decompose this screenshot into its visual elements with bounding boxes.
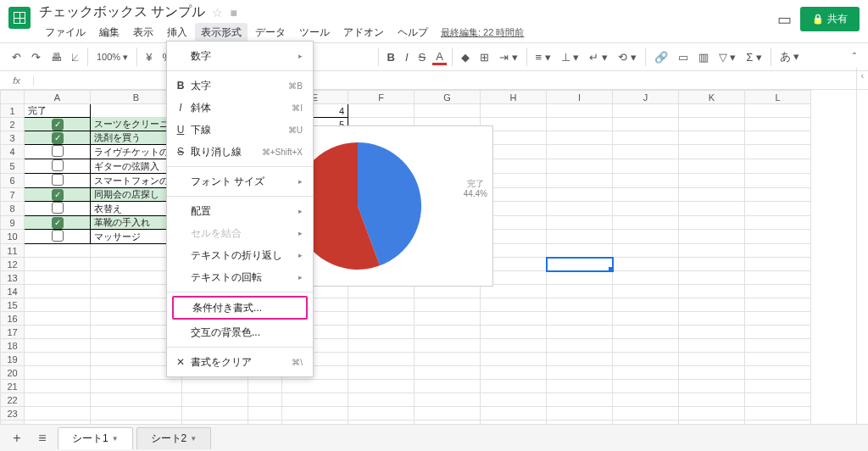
cell-I7[interactable] <box>547 188 613 202</box>
row-header-11[interactable]: 11 <box>1 244 25 258</box>
cell-F21[interactable] <box>348 380 415 393</box>
cell-A16[interactable] <box>25 312 91 326</box>
col-header-I[interactable]: I <box>547 91 613 104</box>
cell-L16[interactable] <box>745 312 811 326</box>
cell-G22[interactable] <box>415 393 481 407</box>
valign-icon[interactable]: ⊥ ▾ <box>558 49 583 65</box>
menu-item-3[interactable]: I斜体⌘I <box>167 97 313 119</box>
cell-K6[interactable] <box>679 174 745 188</box>
row-header-15[interactable]: 15 <box>1 298 25 312</box>
wrap-icon[interactable]: ↵ ▾ <box>586 49 611 65</box>
cell-F1[interactable] <box>348 104 415 118</box>
cell-A6[interactable] <box>25 174 91 188</box>
cell-A10[interactable] <box>25 230 91 244</box>
cell-K10[interactable] <box>679 230 745 244</box>
menu-データ[interactable]: データ <box>249 23 292 42</box>
cell-J14[interactable] <box>613 285 679 298</box>
menu-item-9[interactable]: 配置▸ <box>167 200 313 222</box>
comment-insert-icon[interactable]: ▭ <box>675 49 692 65</box>
cell-J4[interactable] <box>613 145 679 159</box>
cell-K7[interactable] <box>679 188 745 202</box>
cell-A21[interactable] <box>25 380 91 393</box>
cell-H15[interactable] <box>481 298 547 312</box>
row-header-10[interactable]: 10 <box>1 230 25 244</box>
cell-A14[interactable] <box>25 285 91 298</box>
cell-K13[interactable] <box>679 271 745 285</box>
cell-J9[interactable] <box>613 216 679 230</box>
cell-C22[interactable] <box>182 393 248 407</box>
cell-I18[interactable] <box>547 339 613 353</box>
toolbar-toggle-icon[interactable]: ˆ <box>849 49 860 65</box>
cell-F23[interactable] <box>348 407 415 420</box>
cell-K21[interactable] <box>679 380 745 393</box>
cell-K1[interactable] <box>679 104 745 118</box>
cell-H19[interactable] <box>481 353 547 366</box>
cell-L18[interactable] <box>745 339 811 353</box>
row-header-4[interactable]: 4 <box>1 145 25 159</box>
cell-J8[interactable] <box>613 202 679 216</box>
cell-I5[interactable] <box>547 159 613 174</box>
cell-J12[interactable] <box>613 258 679 271</box>
cell-I12[interactable] <box>547 258 613 271</box>
doc-title[interactable]: チェックボックス サンプル <box>39 3 205 21</box>
cell-F17[interactable] <box>348 326 415 339</box>
sheet-tab-caret-icon[interactable]: ▼ <box>190 435 197 443</box>
cell-L2[interactable] <box>745 118 811 131</box>
cell-L6[interactable] <box>745 174 811 188</box>
cell-I19[interactable] <box>547 353 613 366</box>
cell-J16[interactable] <box>613 312 679 326</box>
row-header-12[interactable]: 12 <box>1 258 25 271</box>
checkbox-A2[interactable] <box>52 119 64 131</box>
cell-K11[interactable] <box>679 244 745 258</box>
cell-L3[interactable] <box>745 131 811 145</box>
halign-icon[interactable]: ≡ ▾ <box>532 49 554 65</box>
cell-K2[interactable] <box>679 118 745 131</box>
cell-I21[interactable] <box>547 380 613 393</box>
cell-J3[interactable] <box>613 131 679 145</box>
cell-F15[interactable] <box>348 298 415 312</box>
menu-表示形式[interactable]: 表示形式 <box>195 23 248 42</box>
cell-A9[interactable] <box>25 216 91 230</box>
checkbox-A3[interactable] <box>52 132 64 144</box>
last-edit[interactable]: 最終編集: 22 時間前 <box>441 26 524 39</box>
all-sheets-button[interactable]: ≡ <box>32 431 53 446</box>
currency-button[interactable]: ¥ <box>142 49 155 65</box>
cell-H1[interactable] <box>481 104 547 118</box>
star-icon[interactable]: ☆ <box>212 6 223 19</box>
cell-I13[interactable] <box>547 271 613 285</box>
cell-I15[interactable] <box>547 298 613 312</box>
col-header-K[interactable]: K <box>679 91 745 104</box>
share-button[interactable]: 共有 <box>800 7 860 31</box>
row-header-9[interactable]: 9 <box>1 216 25 230</box>
redo-icon[interactable]: ↷ <box>28 49 44 65</box>
cell-L10[interactable] <box>745 230 811 244</box>
cell-J15[interactable] <box>613 298 679 312</box>
row-header-23[interactable]: 23 <box>1 407 25 420</box>
zoom-select[interactable]: 100% ▾ <box>93 50 131 64</box>
cell-I1[interactable] <box>547 104 613 118</box>
menu-表示[interactable]: 表示 <box>127 23 159 42</box>
side-panel-toggle[interactable]: ‹ <box>856 68 868 424</box>
cell-I3[interactable] <box>547 131 613 145</box>
cell-I14[interactable] <box>547 285 613 298</box>
cell-K14[interactable] <box>679 285 745 298</box>
cell-J20[interactable] <box>613 366 679 380</box>
col-header-F[interactable]: F <box>348 91 415 104</box>
cell-J7[interactable] <box>613 188 679 202</box>
row-header-20[interactable]: 20 <box>1 366 25 380</box>
menu-item-4[interactable]: U下線⌘U <box>167 119 313 141</box>
checkbox-A10[interactable] <box>52 230 64 242</box>
row-header-13[interactable]: 13 <box>1 271 25 285</box>
cell-A3[interactable] <box>25 131 91 145</box>
row-header-3[interactable]: 3 <box>1 131 25 145</box>
row-header-2[interactable]: 2 <box>1 118 25 131</box>
cell-A18[interactable] <box>25 339 91 353</box>
row-header-6[interactable]: 6 <box>1 174 25 188</box>
row-header-21[interactable]: 21 <box>1 380 25 393</box>
cell-L17[interactable] <box>745 326 811 339</box>
cell-B21[interactable] <box>91 380 182 393</box>
print-icon[interactable]: 🖶 <box>47 49 65 65</box>
row-header-22[interactable]: 22 <box>1 393 25 407</box>
col-header-G[interactable]: G <box>415 91 481 104</box>
cell-G21[interactable] <box>415 380 481 393</box>
